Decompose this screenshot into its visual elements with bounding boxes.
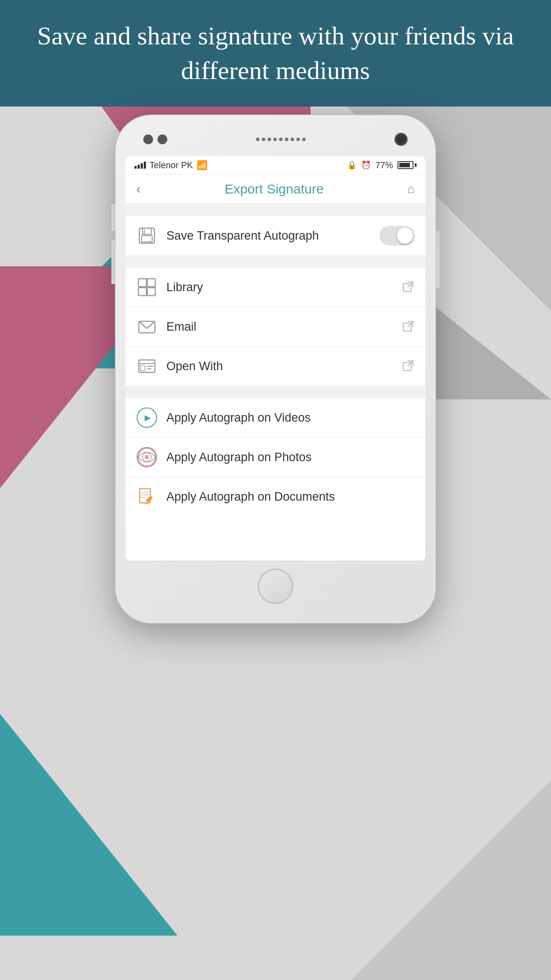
sensor-dot xyxy=(143,134,153,144)
external-link-icon xyxy=(402,320,415,334)
video-icon xyxy=(136,407,157,428)
photo-icon xyxy=(136,447,157,468)
phone-top-bar xyxy=(126,128,425,151)
phone-body: Telenor PK 📶 🔒 ⏰ 77% ‹ xyxy=(116,115,435,623)
document-icon xyxy=(136,486,157,507)
speaker-dot-2 xyxy=(157,134,167,144)
status-left: Telenor PK 📶 xyxy=(134,160,208,170)
speaker-hole xyxy=(296,138,300,141)
volume-up-button xyxy=(111,204,116,231)
speaker-hole xyxy=(291,138,294,141)
speaker-hole xyxy=(268,138,271,141)
signal-bar-3 xyxy=(141,163,143,169)
phone-screen: Telenor PK 📶 🔒 ⏰ 77% ‹ xyxy=(126,156,425,561)
content-area: Save Transparent Autograph xyxy=(126,204,425,561)
navigation-bar: ‹ Export Signature ⌂ xyxy=(126,174,425,204)
section-gap-1 xyxy=(126,204,425,216)
external-link-icon xyxy=(402,280,415,294)
signal-bar-2 xyxy=(138,165,140,169)
signal-bars xyxy=(134,162,146,169)
lock-icon: 🔒 xyxy=(347,160,357,170)
status-bar: Telenor PK 📶 🔒 ⏰ 77% xyxy=(126,156,425,174)
speaker-grille xyxy=(256,138,306,141)
apply-photos-label: Apply Autograph on Photos xyxy=(166,450,415,464)
video-circle-icon xyxy=(137,407,157,428)
save-transparent-label: Save Transparent Autograph xyxy=(166,229,374,243)
wifi-icon: 📶 xyxy=(197,160,208,170)
back-button[interactable]: ‹ xyxy=(136,181,141,197)
phone-device: Telenor PK 📶 🔒 ⏰ 77% ‹ xyxy=(116,115,435,623)
library-label: Library xyxy=(166,281,397,294)
save-icon xyxy=(136,225,157,246)
svg-line-9 xyxy=(408,282,413,287)
battery-tip xyxy=(415,163,417,167)
share-section: Library xyxy=(126,268,425,386)
bottom-spacer xyxy=(126,516,425,561)
document-edit-icon xyxy=(137,486,157,507)
battery-fill xyxy=(399,163,410,167)
header-banner: Save and share signature with your frien… xyxy=(0,0,551,107)
toggle-knob xyxy=(397,228,413,244)
section-gap-2 xyxy=(126,255,425,268)
svg-rect-6 xyxy=(138,288,146,296)
openwith-icon xyxy=(136,356,157,377)
photo-circle-icon xyxy=(137,447,157,467)
library-icon xyxy=(136,277,157,298)
list-item[interactable]: Apply Autograph on Photos xyxy=(126,438,425,477)
svg-rect-7 xyxy=(147,288,155,296)
home-button-nav[interactable]: ⌂ xyxy=(407,182,415,196)
svg-point-22 xyxy=(145,455,149,459)
status-right: 🔒 ⏰ 77% xyxy=(347,160,417,170)
open-with-label: Open With xyxy=(166,360,397,373)
speaker-hole xyxy=(279,138,283,141)
email-label: Email xyxy=(166,320,397,334)
list-item[interactable]: Library xyxy=(126,268,425,307)
header-title: Save and share signature with your frien… xyxy=(0,19,551,88)
apply-section: Apply Autograph on Videos xyxy=(126,398,425,516)
signal-bar-4 xyxy=(144,162,146,169)
svg-line-12 xyxy=(408,321,413,327)
camera-area xyxy=(143,134,167,144)
list-item[interactable]: Email xyxy=(126,307,425,347)
toggle-switch[interactable] xyxy=(379,226,415,245)
home-physical-button[interactable] xyxy=(258,569,293,604)
speaker-hole xyxy=(285,138,288,141)
section-gap-3 xyxy=(126,386,425,398)
svg-rect-2 xyxy=(142,236,152,242)
phone-bottom-bar xyxy=(126,561,425,610)
apply-documents-label: Apply Autograph on Documents xyxy=(166,490,415,504)
transparent-section: Save Transparent Autograph xyxy=(126,216,425,255)
speaker-hole xyxy=(262,138,265,141)
power-button xyxy=(435,231,440,288)
svg-rect-15 xyxy=(141,365,145,371)
signal-bar-1 xyxy=(134,166,137,169)
battery-icon xyxy=(398,161,417,169)
speaker-hole xyxy=(256,138,260,141)
svg-rect-5 xyxy=(147,279,155,287)
bg-teal-bottom xyxy=(0,714,177,936)
external-link-icon xyxy=(402,359,415,373)
list-item[interactable]: Apply Autograph on Documents xyxy=(126,477,425,516)
volume-down-button xyxy=(111,240,116,284)
front-camera xyxy=(394,133,408,146)
carrier-name: Telenor PK xyxy=(150,160,193,170)
email-icon xyxy=(136,316,157,337)
battery-body xyxy=(398,161,413,169)
page-title: Export Signature xyxy=(224,182,323,197)
list-item[interactable]: Apply Autograph on Videos xyxy=(126,398,425,438)
svg-rect-4 xyxy=(138,279,146,287)
alarm-icon: ⏰ xyxy=(361,160,371,170)
bg-gray-bottom-right xyxy=(351,780,551,980)
list-item[interactable]: Save Transparent Autograph xyxy=(126,216,425,255)
list-item[interactable]: Open With xyxy=(126,347,425,386)
svg-line-19 xyxy=(408,361,413,366)
battery-percent: 77% xyxy=(375,160,393,170)
apply-videos-label: Apply Autograph on Videos xyxy=(166,411,415,425)
speaker-hole xyxy=(302,138,306,141)
speaker-hole xyxy=(273,138,277,141)
